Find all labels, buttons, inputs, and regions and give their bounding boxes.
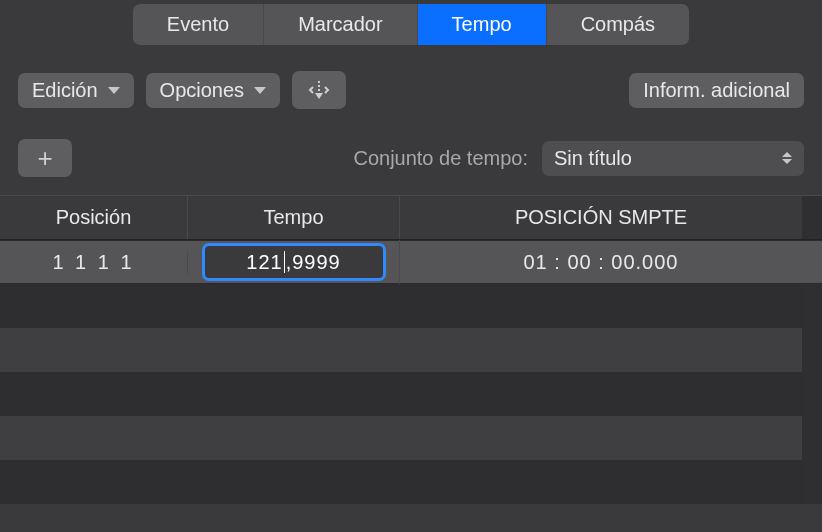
cell-posicion[interactable]: 1 1 1 1	[0, 251, 188, 274]
header-smpte[interactable]: POSICIÓN SMPTE	[400, 196, 802, 239]
add-event-button[interactable]: +	[18, 139, 72, 177]
list-editor-tabs: Evento Marcador Tempo Compás	[133, 4, 689, 45]
header-tempo[interactable]: Tempo	[188, 196, 400, 239]
edicion-label: Edición	[32, 79, 98, 102]
chevron-down-icon	[254, 87, 266, 94]
empty-row	[0, 328, 802, 372]
tempo-input[interactable]: 121,9999	[202, 243, 386, 281]
scrollbar-track[interactable]	[802, 284, 822, 504]
chevron-down-icon	[108, 87, 120, 94]
tab-marcador[interactable]: Marcador	[264, 4, 417, 45]
tempo-set-value: Sin título	[554, 147, 632, 170]
playhead-icon	[306, 79, 332, 101]
empty-row	[0, 372, 802, 416]
tempo-set-select[interactable]: Sin título	[542, 141, 804, 176]
edicion-menu[interactable]: Edición	[18, 73, 134, 108]
tempo-set-label: Conjunto de tempo:	[353, 147, 528, 170]
tab-evento[interactable]: Evento	[133, 4, 264, 45]
header-posicion[interactable]: Posición	[0, 196, 188, 239]
opciones-menu[interactable]: Opciones	[146, 73, 281, 108]
scrollbar-track[interactable]	[802, 196, 822, 239]
table-header: Posición Tempo POSICIÓN SMPTE	[0, 195, 822, 239]
text-caret	[284, 251, 285, 273]
tempo-value-after-caret: ,9999	[286, 251, 341, 274]
inform-adicional-button[interactable]: Inform. adicional	[629, 73, 804, 108]
opciones-label: Opciones	[160, 79, 245, 102]
tab-compas[interactable]: Compás	[547, 4, 689, 45]
empty-row	[0, 416, 802, 460]
table-row[interactable]: 1 1 1 1 121,9999 01 : 00 : 00.000	[0, 240, 822, 284]
cell-smpte[interactable]: 01 : 00 : 00.000	[400, 251, 802, 274]
tab-tempo[interactable]: Tempo	[418, 4, 547, 45]
catch-playhead-button[interactable]	[292, 71, 346, 109]
cell-tempo[interactable]: 121,9999	[188, 240, 400, 284]
empty-row	[0, 460, 802, 504]
inform-adicional-label: Inform. adicional	[643, 79, 790, 102]
empty-row	[0, 284, 802, 328]
plus-icon: +	[37, 145, 52, 171]
tempo-value-before-caret: 121	[246, 251, 282, 274]
svg-marker-1	[315, 93, 323, 99]
updown-icon	[782, 152, 792, 164]
